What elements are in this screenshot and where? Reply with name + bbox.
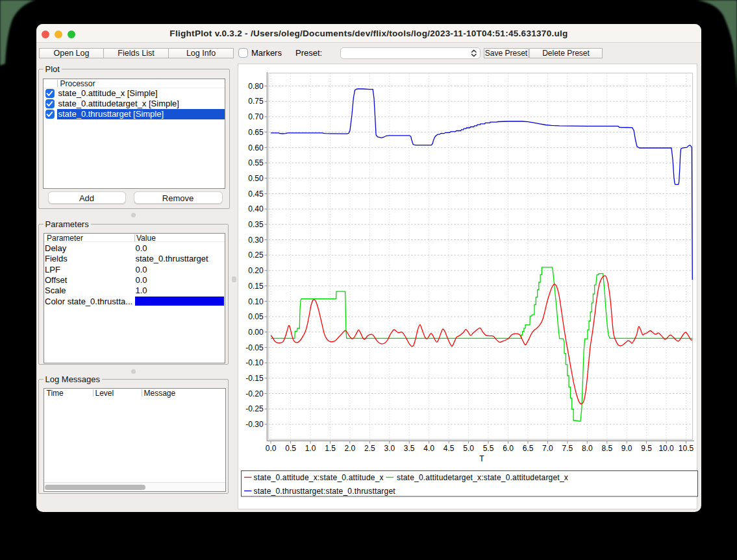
svg-text:2.0: 2.0 [345, 444, 356, 453]
svg-text:state_0.attitude_x:state_0.att: state_0.attitude_x:state_0.attitude_x [254, 473, 384, 482]
svg-text:1.0: 1.0 [305, 444, 316, 453]
svg-text:0.20: 0.20 [248, 266, 264, 275]
svg-text:0.55: 0.55 [248, 158, 264, 167]
svg-text:5.0: 5.0 [463, 444, 474, 453]
svg-text:0.75: 0.75 [248, 97, 264, 106]
svg-text:9.5: 9.5 [641, 444, 652, 453]
svg-text:3.0: 3.0 [384, 444, 395, 453]
svg-text:4.0: 4.0 [423, 444, 434, 453]
svg-text:9.0: 9.0 [621, 444, 632, 453]
svg-text:0.00: 0.00 [248, 328, 264, 337]
svg-text:-0.20: -0.20 [245, 389, 264, 398]
svg-text:T: T [479, 454, 484, 463]
svg-text:0.80: 0.80 [248, 82, 264, 91]
svg-text:0.15: 0.15 [248, 282, 264, 291]
svg-text:-0.25: -0.25 [245, 404, 264, 413]
svg-text:0.40: 0.40 [248, 204, 264, 213]
svg-text:0.5: 0.5 [285, 444, 296, 453]
svg-text:state_0.attitudetarget_x:state: state_0.attitudetarget_x:state_0.attitud… [397, 473, 568, 482]
svg-text:-0.10: -0.10 [245, 358, 264, 367]
svg-text:0.25: 0.25 [248, 250, 264, 260]
svg-text:0.0: 0.0 [266, 444, 277, 453]
svg-text:0.65: 0.65 [248, 128, 264, 137]
svg-text:8.0: 8.0 [582, 444, 593, 453]
svg-text:0.50: 0.50 [248, 174, 264, 183]
svg-text:state_0.thrusttarget:state_0.t: state_0.thrusttarget:state_0.thrusttarge… [254, 487, 396, 496]
svg-text:4.5: 4.5 [443, 444, 455, 453]
svg-text:0.05: 0.05 [248, 312, 264, 321]
svg-text:6.5: 6.5 [523, 444, 534, 453]
svg-text:5.5: 5.5 [483, 444, 494, 453]
svg-text:0.35: 0.35 [248, 220, 264, 229]
svg-text:-0.15: -0.15 [245, 374, 264, 383]
svg-text:7.0: 7.0 [542, 444, 553, 453]
svg-text:7.5: 7.5 [562, 444, 573, 453]
svg-text:0.60: 0.60 [248, 143, 264, 152]
svg-text:1.5: 1.5 [325, 444, 336, 453]
svg-text:2.5: 2.5 [364, 444, 375, 453]
svg-text:3.5: 3.5 [404, 444, 415, 453]
svg-text:0.45: 0.45 [248, 189, 264, 199]
svg-text:0.70: 0.70 [248, 112, 264, 121]
svg-text:-0.05: -0.05 [245, 343, 264, 352]
svg-text:10.0: 10.0 [658, 444, 674, 453]
svg-text:8.5: 8.5 [601, 444, 612, 453]
svg-text:-0.30: -0.30 [245, 420, 264, 429]
svg-text:10.5: 10.5 [679, 444, 694, 453]
svg-text:0.10: 0.10 [248, 297, 264, 306]
svg-text:0.30: 0.30 [248, 236, 264, 245]
svg-text:6.0: 6.0 [503, 444, 514, 453]
